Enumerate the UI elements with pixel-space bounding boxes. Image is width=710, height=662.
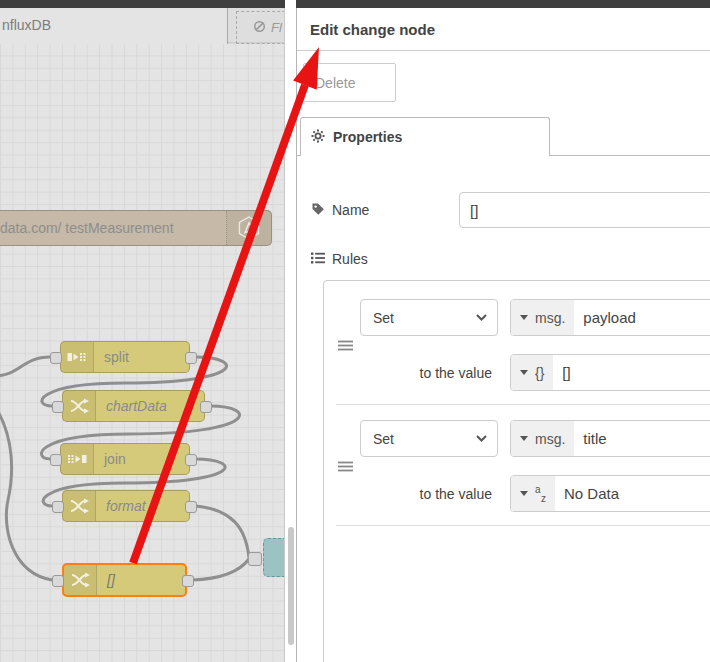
edit-tray-title: Edit change node <box>310 21 435 38</box>
drag-handle-icon[interactable] <box>330 420 360 512</box>
gear-icon <box>311 129 325 146</box>
node-split[interactable]: split <box>60 341 190 373</box>
tag-icon <box>311 202 325 219</box>
rule1-to-label: to the value <box>360 354 498 391</box>
node-port[interactable] <box>52 575 64 587</box>
edit-form: Name Rules <box>297 156 710 662</box>
node-chartdata-label: chartData <box>96 391 204 421</box>
delete-button[interactable]: Delete <box>303 63 396 102</box>
caret-down-icon <box>520 436 528 441</box>
node-port[interactable] <box>185 501 197 513</box>
rule-separator <box>336 525 710 526</box>
node-format-label: format <box>96 491 189 521</box>
wire[interactable] <box>192 559 249 580</box>
node-port[interactable] <box>50 352 62 364</box>
rule2-action-value: Set <box>373 431 394 447</box>
node-split-label: split <box>94 342 189 372</box>
name-row: Name <box>311 192 710 228</box>
node-port[interactable] <box>182 575 194 587</box>
split-icon <box>61 342 94 372</box>
rules-label: Rules <box>311 250 710 268</box>
node-port[interactable] <box>52 401 64 413</box>
name-label-text: Name <box>332 202 369 218</box>
node-chart-partial[interactable] <box>263 538 285 577</box>
rule1-action-value: Set <box>373 310 394 326</box>
wire[interactable] <box>0 357 50 376</box>
node-port[interactable] <box>200 401 212 413</box>
app-header-edge <box>296 0 710 8</box>
name-label: Name <box>311 202 459 219</box>
canvas-scrollbar-thumb[interactable] <box>288 527 294 645</box>
node-change-selected[interactable]: [] <box>62 563 187 597</box>
chevron-down-icon <box>476 314 487 321</box>
node-port[interactable] <box>185 352 197 364</box>
rule2-property-type-button[interactable]: msg. <box>511 421 574 456</box>
drag-handle-icon[interactable] <box>330 299 360 391</box>
canvas-scrollbar-track[interactable] <box>285 0 296 662</box>
rule2-action-select[interactable]: Set <box>360 420 498 457</box>
rule1-value-type-button[interactable]: {} <box>511 355 553 390</box>
edit-tray-toolbar: Delete <box>297 51 710 117</box>
node-change-format[interactable]: format <box>62 490 190 522</box>
rule2-value-type-button[interactable]: az <box>511 476 555 511</box>
join-icon <box>61 444 94 474</box>
rule2-property-value[interactable]: title <box>574 421 710 456</box>
caret-down-icon <box>520 370 528 375</box>
string-type-icon: az <box>535 486 546 502</box>
node-port[interactable] <box>52 501 64 513</box>
rule2-value-value[interactable]: No Data <box>555 476 710 511</box>
influxdb-logo-icon <box>226 211 271 245</box>
change-icon <box>63 391 96 421</box>
edit-tray-header: Edit change node <box>297 8 710 51</box>
list-icon <box>311 251 325 267</box>
wire[interactable] <box>0 408 52 580</box>
node-port[interactable] <box>50 454 62 466</box>
rule-row-1: Set msg. payload to the value <box>324 281 710 404</box>
flow-canvas[interactable]: nfluxDB Fl data.com/ testMeasurement <box>0 8 285 662</box>
change-icon <box>63 491 96 521</box>
rule2-value-input[interactable]: az No Data <box>510 475 710 512</box>
caret-down-icon <box>520 315 528 320</box>
rule1-action-select[interactable]: Set <box>360 299 498 336</box>
rule1-property-value[interactable]: payload <box>574 300 710 335</box>
rules-label-text: Rules <box>332 251 368 267</box>
rule2-property-input[interactable]: msg. title <box>510 420 710 457</box>
rule1-value-input[interactable]: {} [] <box>510 354 710 391</box>
node-port[interactable] <box>248 552 262 566</box>
rule-row-2: Set msg. title to the value <box>324 405 710 525</box>
edit-tray-tabbar: Properties <box>297 117 710 156</box>
node-join-label: join <box>94 444 189 474</box>
tab-properties-label: Properties <box>333 129 402 145</box>
rule1-property-input[interactable]: msg. payload <box>510 299 710 336</box>
name-input[interactable] <box>459 192 710 228</box>
app-header-edge <box>0 0 285 8</box>
rule1-value-value[interactable]: [] <box>553 355 710 390</box>
json-type-icon: {} <box>535 365 544 381</box>
node-change-chartdata[interactable]: chartData <box>62 390 205 422</box>
rules-container: Set msg. payload to the value <box>323 280 710 662</box>
rule1-property-type-button[interactable]: msg. <box>511 300 574 335</box>
msg-type-label: msg. <box>535 310 565 326</box>
rule2-to-label: to the value <box>360 475 498 512</box>
chevron-down-icon <box>476 435 487 442</box>
change-icon <box>64 565 97 595</box>
node-influxdb-out[interactable]: data.com/ testMeasurement <box>0 210 272 246</box>
tab-properties[interactable]: Properties <box>300 117 550 156</box>
node-influxdb-label: data.com/ testMeasurement <box>0 211 226 245</box>
msg-type-label: msg. <box>535 431 565 447</box>
caret-down-icon <box>520 491 528 496</box>
edit-tray: Edit change node Delete Properties <box>296 8 710 662</box>
node-selected-label: [] <box>97 565 185 595</box>
node-port[interactable] <box>185 454 197 466</box>
wire[interactable] <box>195 506 249 558</box>
node-join[interactable]: join <box>60 443 190 475</box>
